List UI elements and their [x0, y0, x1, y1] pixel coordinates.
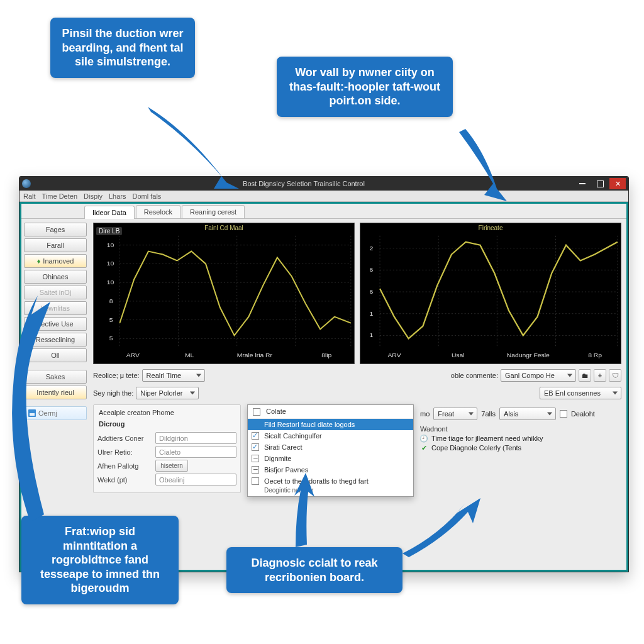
shield-icon[interactable]: 🛡: [609, 369, 621, 382]
sidebar-item-farall[interactable]: Farall: [24, 238, 87, 252]
sidebar-item-ohinaes[interactable]: Ohinaes: [24, 270, 87, 284]
dropdown-item-label: Sicalt Cachingulfer: [264, 432, 322, 440]
dropdown-head[interactable]: Colate: [248, 405, 413, 419]
rpanel-section: Wadnont: [420, 425, 621, 433]
window-minimize-button[interactable]: [574, 178, 591, 189]
svg-text:10: 10: [107, 242, 114, 248]
ctrl-label: Reolice; μ tete:: [93, 372, 140, 379]
callout-4: Diagnosic ccialt to reak recribonien boa…: [226, 547, 402, 593]
form-sub-title: Dicroug: [97, 419, 236, 430]
menu-item[interactable]: Ralt: [23, 192, 36, 200]
callout-1: Pinsil the duction wrer bearding, and fh…: [50, 18, 195, 78]
chart-right-title: Firineate: [479, 225, 503, 231]
sidebar-item-fages[interactable]: Fages: [24, 223, 87, 236]
svg-text:6: 6: [369, 267, 373, 274]
combo-freat[interactable]: Freat: [433, 408, 477, 420]
titlebar: Bost Dignsicy Seletion Trainsilic Contro…: [19, 177, 628, 191]
dropdown-item[interactable]: Bisfjor Pavnes: [248, 464, 413, 475]
tab-reaning[interactable]: Reaning cerest: [182, 205, 245, 218]
sidebar-item-oll[interactable]: Oll: [24, 348, 87, 362]
svg-text:ARV: ARV: [387, 352, 401, 358]
open-button[interactable]: Oermj: [24, 406, 87, 420]
form-button[interactable]: hisetern: [155, 460, 188, 472]
callout-2: Wor vall by nwner ciity on thas-fault:-h…: [277, 57, 453, 117]
rpanel-label: 7alls: [481, 410, 496, 418]
tab-data[interactable]: Iideor Data: [84, 206, 135, 219]
check-icon: ✔: [420, 444, 428, 452]
ctrl-label: Sey nigh the:: [93, 389, 133, 397]
svg-rect-0: [94, 223, 354, 364]
sidebar-item-label: Inarnoved: [43, 257, 74, 265]
folder-icon[interactable]: 🖿: [579, 369, 591, 382]
combo-alsis[interactable]: Alsis: [499, 408, 556, 420]
dropdown-item[interactable]: Sicalt Cachingulfer: [248, 430, 413, 441]
checkbox-dealoht[interactable]: [560, 410, 567, 418]
open-button-label: Oermj: [38, 409, 57, 417]
svg-text:10: 10: [107, 279, 114, 286]
sidebar-item-lective[interactable]: Lective Use: [24, 317, 87, 331]
callout-3: Frat:wiop sid minntitation a rogrobldtnc…: [21, 516, 179, 604]
svg-text:8 Rp: 8 Rp: [588, 352, 602, 358]
form-label: Ulrer Retio:: [97, 448, 152, 456]
sidebar-item-bownlitas[interactable]: bownlitas: [24, 301, 87, 315]
sidebar-item-intently[interactable]: Intently rieul: [24, 386, 87, 399]
menu-item[interactable]: Doml fals: [133, 192, 162, 200]
ctrl-label: oble conmente:: [451, 372, 498, 379]
dropdown-tail: Deogintic neralter: [248, 487, 413, 496]
window-close-button[interactable]: [609, 178, 626, 189]
svg-text:ML: ML: [185, 352, 194, 358]
svg-text:8lip: 8lip: [321, 352, 331, 358]
client-inner: Iideor Data Reselock Reaning cerest Fage…: [21, 204, 626, 570]
menu-item[interactable]: Time Deten: [42, 192, 77, 200]
menu-item[interactable]: Lhars: [109, 192, 126, 200]
tab-reselock[interactable]: Reselock: [136, 205, 180, 218]
dropdown-item[interactable]: Oecet to the sidoratls to thegd fart: [248, 475, 413, 487]
app-window: Bost Dignsicy Seletion Trainsilic Contro…: [19, 176, 629, 572]
form-field[interactable]: Obealinj: [155, 474, 236, 486]
svg-text:8: 8: [109, 297, 113, 304]
dropdown-item-label: Oecet to the sidoratls to thegd fart: [264, 477, 369, 485]
dropdown-item[interactable]: Dignmite: [248, 453, 413, 464]
combo-component[interactable]: Ganl Compo He: [501, 369, 576, 382]
combo-consennes[interactable]: EB Enl consennes: [540, 387, 621, 399]
checkbox-label: Dealoht: [571, 410, 595, 418]
window-maximize-button[interactable]: [592, 178, 608, 189]
sidebar-item-sakes[interactable]: Sakes: [24, 370, 87, 384]
form-panel: Acealple creaton Phome Dicroug Addtiers …: [93, 404, 241, 493]
dropdown-item-highlight[interactable]: Fild Restorl faucl dlate logods: [248, 419, 413, 430]
disk-icon: [28, 409, 36, 417]
sidebar-item-inarnoved[interactable]: ♦Inarnoved: [24, 254, 87, 268]
dropdown-menu: Colate Fild Restorl faucl dlate logods S…: [247, 404, 414, 497]
combo-polorler[interactable]: Niper Polorler: [136, 387, 199, 399]
sidebar-item-saitet[interactable]: Saitet inOj: [24, 286, 87, 299]
combo-realtime[interactable]: Realrl Time: [142, 369, 205, 382]
form-field[interactable]: Dildgirion: [155, 432, 236, 444]
form-label: Afhen Pallotg: [97, 462, 152, 470]
chart-left-title: Fainl Cd Maal: [204, 225, 243, 231]
svg-text:Nadungr Fesle: Nadungr Fesle: [507, 352, 550, 358]
svg-text:6: 6: [369, 288, 373, 295]
clock-icon: 🕘: [420, 435, 428, 442]
dropdown-item-label: Dignmite: [264, 455, 291, 462]
rpanel-item-label: Time tiage for jlleament need whikky: [431, 435, 543, 442]
window-title: Bost Dignsicy Seletion Trainsilic Contro…: [35, 180, 573, 187]
sidebar-item-resseclining[interactable]: Resseclining: [24, 333, 87, 347]
svg-text:1: 1: [369, 310, 373, 317]
form-label: Addtiers Coner: [97, 435, 152, 442]
right-panel: mo Freat 7alls Alsis Dealoht Wadnont 🕘 T…: [420, 404, 621, 453]
form-field[interactable]: Cialeto: [155, 446, 236, 458]
svg-text:1: 1: [369, 332, 373, 339]
tab-row: Iideor Data Reselock Reaning cerest: [21, 204, 626, 219]
menu-item[interactable]: Dispiy: [84, 192, 103, 200]
add-button[interactable]: [594, 369, 606, 382]
svg-text:5: 5: [109, 335, 113, 342]
svg-text:Mrale lria Rr: Mrale lria Rr: [237, 352, 273, 358]
svg-text:2: 2: [369, 245, 373, 252]
dropdown-item[interactable]: Sirati Carect: [248, 441, 413, 453]
svg-text:10: 10: [107, 260, 114, 267]
dropdown-head-label: Colate: [266, 408, 286, 415]
menubar: Ralt Time Deten Dispiy Lhars Doml fals: [19, 191, 628, 202]
svg-text:5: 5: [109, 316, 113, 323]
svg-text:Usal: Usal: [452, 352, 465, 358]
dropdown-item-label: Sirati Carect: [264, 443, 303, 451]
